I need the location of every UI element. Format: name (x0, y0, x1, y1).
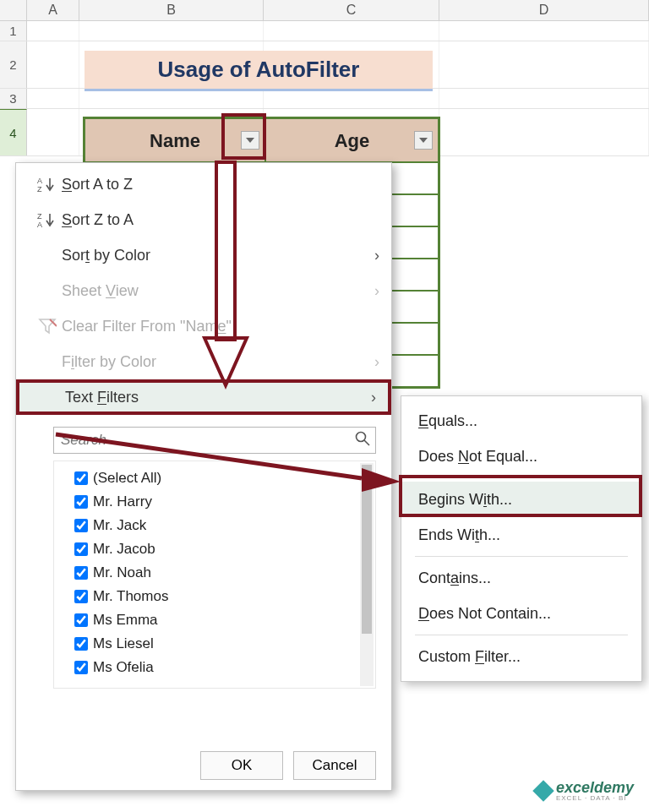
item-label: Mr. Thomos (93, 588, 168, 605)
cell[interactable] (264, 21, 439, 41)
menu-label: Filter by Color (62, 353, 374, 371)
separator (415, 635, 628, 635)
checkbox[interactable] (74, 590, 88, 603)
menu-sort-a-to-z[interactable]: AZ Sort A to Z (16, 166, 391, 202)
search-input[interactable] (59, 431, 355, 450)
cell[interactable] (79, 21, 264, 41)
list-item[interactable]: Mr. Jacob (71, 537, 370, 561)
chevron-down-icon (419, 138, 428, 143)
item-label: Ms Liesel (93, 635, 154, 652)
item-label: Mr. Harry (93, 493, 152, 510)
menu-sort-by-color[interactable]: Sort by Color › (16, 237, 391, 273)
cell[interactable] (439, 109, 649, 155)
scrollbar[interactable] (360, 463, 374, 686)
filter-button-name[interactable] (241, 131, 259, 150)
menu-label: Ends With... (418, 526, 500, 544)
scrollbar-thumb[interactable] (362, 465, 372, 634)
list-item[interactable]: Ms Liesel (71, 632, 370, 656)
checkbox[interactable] (74, 542, 88, 556)
item-label: Mr. Noah (93, 564, 151, 581)
menu-text-filters[interactable]: Text Filters › (16, 379, 391, 415)
text-filters-submenu: Equals... Does Not Equal... Begins With.… (401, 395, 642, 682)
cell[interactable] (27, 21, 79, 41)
watermark-tag: EXCEL · DATA · BI (556, 795, 634, 802)
checkbox[interactable] (74, 566, 88, 580)
menu-label: Begins With... (418, 491, 512, 509)
cell[interactable] (264, 89, 439, 108)
clear-filter-icon (33, 318, 62, 335)
search-box[interactable] (53, 427, 376, 454)
header-label: Name (150, 130, 200, 151)
separator (415, 556, 628, 557)
list-item[interactable]: Mr. Noah (71, 561, 370, 585)
submenu-does-not-equal[interactable]: Does Not Equal... (401, 439, 641, 474)
svg-point-7 (357, 433, 366, 442)
table-header-name: Name (85, 118, 265, 162)
menu-filter-by-color: Filter by Color › (16, 344, 391, 379)
submenu-contains[interactable]: Contains... (401, 560, 641, 596)
menu-sort-z-to-a[interactable]: ZA Sort Z to A (16, 202, 391, 237)
watermark-brand: exceldemy (556, 780, 634, 795)
list-item[interactable]: Mr. Thomos (71, 585, 370, 608)
svg-text:A: A (37, 177, 42, 185)
cell[interactable] (27, 41, 79, 88)
list-item[interactable]: (Select All) (71, 466, 370, 490)
col-header-A[interactable]: A (27, 0, 79, 20)
checkbox[interactable] (74, 637, 88, 651)
submenu-ends-with[interactable]: Ends With... (401, 517, 641, 553)
menu-label: Sort A to Z (62, 176, 379, 193)
svg-text:A: A (37, 221, 42, 228)
menu-label: Clear Filter From "Name" (62, 318, 379, 335)
menu-clear-filter: Clear Filter From "Name" (16, 308, 391, 344)
submenu-does-not-contain[interactable]: Does Not Contain... (401, 596, 641, 631)
search-icon (355, 431, 370, 450)
chevron-right-icon: › (371, 389, 376, 406)
checkbox[interactable] (74, 661, 88, 674)
list-item[interactable]: Mr. Harry (71, 490, 370, 514)
chevron-right-icon: › (374, 353, 379, 371)
col-header-B[interactable]: B (79, 0, 264, 20)
cell[interactable] (439, 41, 649, 88)
list-item[interactable]: Ms Emma (71, 608, 370, 632)
checkbox[interactable] (74, 471, 88, 485)
checkbox[interactable] (74, 519, 88, 532)
menu-label: Sort by Color (62, 247, 374, 264)
checkbox[interactable] (74, 495, 88, 509)
row-header-3[interactable]: 3 (0, 89, 27, 108)
row-header-1[interactable]: 1 (0, 21, 27, 41)
col-header-C[interactable]: C (264, 0, 439, 20)
menu-label: Sheet View (62, 282, 374, 300)
checkbox[interactable] (74, 613, 88, 627)
cancel-button[interactable]: Cancel (293, 751, 376, 780)
menu-label: Contains... (418, 569, 491, 587)
table-header-age: Age (265, 118, 439, 162)
select-all-cell[interactable] (0, 0, 27, 20)
cell[interactable] (439, 89, 649, 108)
row-header-2[interactable]: 2 (0, 41, 27, 88)
cell[interactable] (27, 89, 79, 108)
cell[interactable] (27, 109, 79, 155)
separator (415, 477, 628, 478)
watermark: exceldemy EXCEL · DATA · BI (536, 780, 634, 802)
svg-line-8 (364, 440, 369, 445)
cell[interactable] (79, 89, 264, 108)
submenu-begins-with[interactable]: Begins With... (401, 482, 641, 517)
sort-desc-icon: ZA (33, 211, 62, 228)
chevron-right-icon: › (374, 247, 379, 264)
menu-label: Does Not Contain... (418, 605, 551, 623)
submenu-equals[interactable]: Equals... (401, 403, 641, 439)
list-item[interactable]: Mr. Jack (71, 514, 370, 537)
sort-asc-icon: AZ (33, 176, 62, 193)
page-title: Usage of AutoFilter (85, 51, 433, 91)
chevron-right-icon: › (374, 282, 379, 300)
filter-button-age[interactable] (414, 131, 433, 150)
row-header-4[interactable]: 4 (0, 109, 27, 155)
logo-icon (532, 780, 554, 801)
header-label: Age (335, 130, 370, 151)
col-header-D[interactable]: D (439, 0, 649, 20)
submenu-custom-filter[interactable]: Custom Filter... (401, 639, 641, 674)
list-item[interactable]: Ms Ofelia (71, 656, 370, 679)
ok-button[interactable]: OK (200, 751, 283, 780)
item-label: Mr. Jack (93, 517, 146, 534)
cell[interactable] (439, 21, 649, 41)
